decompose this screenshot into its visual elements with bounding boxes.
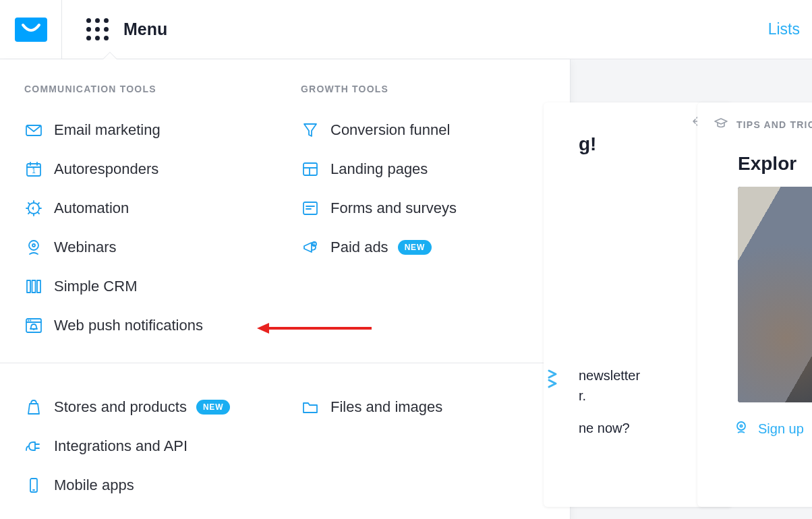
smile-logo-icon xyxy=(21,22,41,37)
menu-item-integrations-api[interactable]: Integrations and API xyxy=(24,427,277,466)
svg-text:1: 1 xyxy=(32,167,36,175)
menu-item-label: Stores and products xyxy=(54,398,187,416)
background-content: g! newsletter r. ne now? TIPS AND TRIC E… xyxy=(571,59,812,519)
communication-tools-column: COMMUNICATION TOOLS Email marketing 1 Au… xyxy=(0,84,277,345)
card-text: r. xyxy=(579,386,714,406)
grid-icon xyxy=(86,18,109,40)
menu-item-label: Landing pages xyxy=(330,160,428,178)
tips-card: TIPS AND TRIC Explor Wa Sign up xyxy=(697,102,812,507)
card-heading: g! xyxy=(579,133,716,155)
menu-item-landing-pages[interactable]: Landing pages xyxy=(301,150,553,189)
menu-item-label: Webinars xyxy=(54,239,117,256)
column-title: GROWTH TOOLS xyxy=(301,84,553,94)
svg-rect-7 xyxy=(32,280,36,293)
signup-link[interactable]: Sign up xyxy=(734,420,812,438)
menu-item-simple-crm[interactable]: Simple CRM xyxy=(24,267,277,306)
card-heading: Explor xyxy=(738,153,812,175)
menu-item-label: Web push notifications xyxy=(54,317,203,334)
megaphone-icon: $ xyxy=(301,238,330,257)
new-badge: NEW xyxy=(196,400,230,415)
plug-icon xyxy=(24,437,54,456)
funnel-icon xyxy=(301,121,330,140)
menu-item-label: Mobile apps xyxy=(54,477,134,494)
calendar-icon: 1 xyxy=(24,160,54,179)
folder-icon xyxy=(301,398,330,417)
svg-rect-11 xyxy=(303,202,317,214)
signup-label: Sign up xyxy=(758,421,804,437)
webcam-icon xyxy=(24,238,54,257)
menu-item-email-marketing[interactable]: Email marketing xyxy=(24,111,277,150)
new-badge: NEW xyxy=(398,240,432,255)
svg-text:$: $ xyxy=(314,242,316,246)
menu-item-label: Automation xyxy=(54,200,129,217)
shopping-bag-icon xyxy=(24,398,54,417)
mobile-icon xyxy=(24,476,54,495)
menu-item-label: Forms and surveys xyxy=(330,200,457,217)
menu-label: Menu xyxy=(123,20,167,39)
menu-item-mobile-apps[interactable]: Mobile apps xyxy=(24,466,277,505)
menu-item-label: Email marketing xyxy=(54,121,161,139)
menu-item-stores-products[interactable]: Stores and products NEW xyxy=(24,388,277,427)
menu-item-conversion-funnel[interactable]: Conversion funnel xyxy=(301,111,553,150)
svg-rect-8 xyxy=(37,280,40,293)
svg-point-21 xyxy=(740,425,742,427)
mega-menu: COMMUNICATION TOOLS Email marketing 1 Au… xyxy=(0,59,571,519)
caret-down-icon xyxy=(103,53,117,59)
menu-item-label: Autoresponders xyxy=(54,160,158,178)
graduation-cap-icon xyxy=(714,116,728,133)
card-text: newsletter xyxy=(579,365,714,386)
webcam-icon xyxy=(734,420,749,438)
topbar: Menu Lists xyxy=(0,0,812,59)
menu-item-label: Conversion funnel xyxy=(330,121,450,139)
menu-item-automation[interactable]: Automation xyxy=(24,189,277,228)
gear-icon xyxy=(24,199,54,218)
card-section-label: TIPS AND TRIC xyxy=(736,119,812,130)
growth-tools-column: GROWTH TOOLS Conversion funnel Landing p… xyxy=(277,84,553,345)
svg-point-20 xyxy=(737,422,745,430)
layout-icon xyxy=(301,160,330,179)
menu-item-webinars[interactable]: Webinars xyxy=(24,228,277,267)
svg-rect-6 xyxy=(27,280,30,293)
menu-item-paid-ads[interactable]: $ Paid ads NEW xyxy=(301,228,553,267)
menu-item-label: Files and images xyxy=(330,398,442,416)
svg-point-5 xyxy=(32,244,35,247)
video-thumbnail[interactable]: Wa xyxy=(738,187,812,402)
lists-link[interactable]: Lists xyxy=(768,20,812,38)
columns-icon xyxy=(24,277,54,296)
menu-item-label: Integrations and API xyxy=(54,437,187,455)
bottom-left-column: Stores and products NEW Integrations and… xyxy=(0,388,277,505)
envelope-icon xyxy=(24,121,54,140)
menu-trigger[interactable]: Menu xyxy=(62,0,187,59)
column-title: COMMUNICATION TOOLS xyxy=(24,84,277,94)
svg-rect-10 xyxy=(303,163,317,175)
menu-item-label: Paid ads xyxy=(330,239,388,256)
menu-item-web-push[interactable]: Web push notifications xyxy=(24,306,277,345)
card-text: ne now? xyxy=(579,418,714,438)
menu-item-files-images[interactable]: Files and images xyxy=(301,388,553,427)
bottom-right-column: Files and images xyxy=(277,388,553,505)
form-icon xyxy=(301,199,330,218)
svg-point-4 xyxy=(29,241,38,250)
decorative-chevron-icon xyxy=(547,369,563,392)
menu-item-forms-surveys[interactable]: Forms and surveys xyxy=(301,189,553,228)
menu-item-autoresponders[interactable]: 1 Autoresponders xyxy=(24,150,277,189)
logo[interactable] xyxy=(0,0,62,59)
bell-browser-icon xyxy=(24,316,54,335)
menu-item-label: Simple CRM xyxy=(54,278,137,295)
